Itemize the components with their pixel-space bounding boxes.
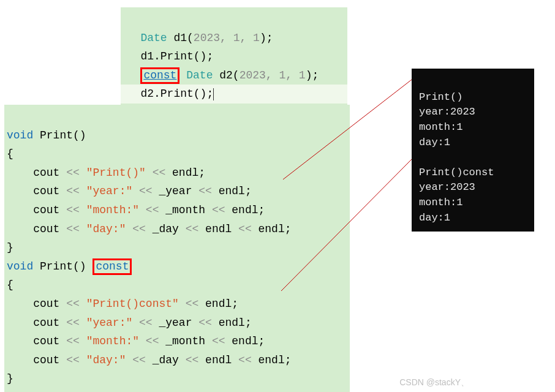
fn2-signature: void Print() const — [7, 260, 132, 273]
output-line: Print() — [419, 91, 462, 103]
output-line: year:2023 — [419, 106, 475, 118]
output-line: day:1 — [419, 137, 450, 148]
code-line-4: d2.Print(); — [121, 85, 347, 104]
output-line: day:1 — [419, 212, 450, 224]
cout-line: cout << "day:" << _day << endl << endl; — [7, 354, 292, 366]
code-snippet-bottom: void Print() { cout << "Print()" << endl… — [4, 105, 350, 392]
output-line: Print()const — [419, 167, 494, 178]
fn1-signature: void Print() — [7, 129, 86, 141]
output-line: year:2023 — [419, 181, 475, 193]
cout-line: cout << "year:" << _year << endl; — [7, 185, 252, 197]
code-snippet-top: Date d1(2023, 1, 1); d1.Print(); const D… — [121, 7, 347, 106]
cout-line: cout << "month:" << _month << endl; — [7, 335, 265, 347]
output-line: month:1 — [419, 197, 462, 208]
code-line-1: Date d1(2023, 1, 1); — [121, 32, 273, 44]
const-highlight-1: const — [140, 67, 179, 85]
const-highlight-2: const — [92, 258, 132, 276]
cout-line: cout << "month:" << _month << endl; — [7, 204, 265, 216]
watermark: CSDN @stackY、 — [399, 377, 469, 388]
cout-line: cout << "Print()" << endl; — [7, 167, 205, 179]
code-line-2: d1.Print(); — [121, 50, 213, 62]
cout-line: cout << "Print()const" << endl; — [7, 298, 238, 310]
cout-line: cout << "day:" << _day << endl << endl; — [7, 223, 292, 235]
text-cursor-icon — [213, 88, 214, 100]
console-output: Print() year:2023 month:1 day:1 Print()c… — [412, 69, 534, 232]
cout-line: cout << "year:" << _year << endl; — [7, 317, 252, 329]
output-line: month:1 — [419, 121, 462, 133]
code-line-3: const Date d2(2023, 1, 1); — [121, 69, 319, 81]
